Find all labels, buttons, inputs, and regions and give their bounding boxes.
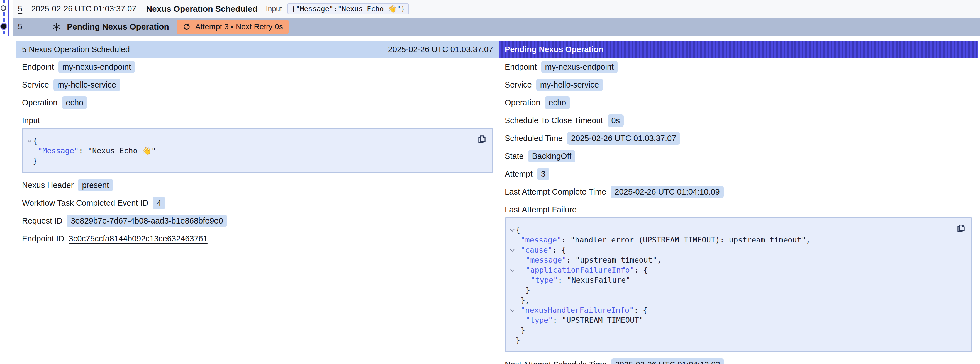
field-label: Last Attempt Complete Time <box>505 187 606 196</box>
timeline-node-scheduled[interactable] <box>0 5 6 11</box>
panel-title: 5 Nexus Operation Scheduled <box>22 45 130 54</box>
code-line: "type": "UPSTREAM_TIMEOUT" <box>509 315 952 325</box>
field-label: Schedule To Close Timeout <box>505 116 603 125</box>
field-scheduled-time: Scheduled Time2025-02-26 UTC 01:03:37.07 <box>505 133 972 144</box>
field-group-top: Endpointmy-nexus-endpointServicemy-hello… <box>22 61 493 108</box>
field-value-badge: echo <box>545 96 570 109</box>
code-line: } <box>509 285 952 295</box>
event-details-split-view: 5 Nexus Operation Scheduled 2025-02-26 U… <box>16 41 978 364</box>
field-operation: Operationecho <box>505 97 972 108</box>
json-lines: {"Message": "Nexus Echo 👋"} <box>27 136 473 166</box>
field-label: Request ID <box>22 216 62 225</box>
temporal-event-history-screen: { "colors":{ "accent_indigo":"#4a47e0","… <box>0 0 980 364</box>
field-service: Servicemy-hello-service <box>505 79 972 90</box>
input-label: Input <box>266 5 282 13</box>
field-label: Service <box>505 80 532 89</box>
panel-body: Endpointmy-nexus-endpointServicemy-hello… <box>16 58 499 244</box>
event-id-link[interactable]: 5 <box>18 22 22 31</box>
field-value-badge: my-hello-service <box>536 78 603 91</box>
field-value-badge: my-nexus-endpoint <box>59 61 135 73</box>
code-line: "cause": { <box>509 245 952 255</box>
field-request-id: Request ID3e829b7e-7d67-4b08-aad3-b1e868… <box>22 215 493 226</box>
field-group-top: Endpointmy-nexus-endpointServicemy-hello… <box>505 61 972 197</box>
field-last-attempt-complete-time: Last Attempt Complete Time2025-02-26 UTC… <box>505 186 972 197</box>
code-line: { <box>27 136 473 146</box>
event-id-link[interactable]: 5 <box>18 4 22 13</box>
timeline-active-bar <box>8 0 10 36</box>
copy-icon[interactable] <box>955 222 967 234</box>
field-value-badge: echo <box>62 96 87 109</box>
code-line: "message": "handler error (UPSTREAM_TIME… <box>509 235 952 245</box>
field-endpoint: Endpointmy-nexus-endpoint <box>22 61 493 72</box>
panel-timestamp: 2025-02-26 UTC 01:03:37.07 <box>388 45 493 54</box>
timeline-node-pending[interactable] <box>1 24 6 29</box>
field-label: State <box>505 152 524 161</box>
code-line: "Message": "Nexus Echo 👋" <box>27 146 473 156</box>
code-line: "type": "NexusFailure" <box>509 275 952 285</box>
input-json-viewer: {"Message": "Nexus Echo 👋"} <box>22 128 493 173</box>
event-timestamp: 2025-02-26 UTC 01:03:37.07 <box>31 4 136 13</box>
history-row-nexus-operation-scheduled[interactable]: 5 2025-02-26 UTC 01:03:37.07 Nexus Opera… <box>13 0 980 18</box>
field-label: Service <box>22 80 49 89</box>
retry-icon <box>183 22 191 31</box>
history-row-pending-nexus-operation[interactable]: 5 Pending Nexus Operation Attempt 3 • Ne… <box>13 18 980 36</box>
field-label: Endpoint ID <box>22 234 64 243</box>
event-title: Nexus Operation Scheduled <box>146 4 258 14</box>
field-attempt: Attempt3 <box>505 168 972 179</box>
field-value-badge: 2025-02-26 UTC 01:04:13.93 <box>611 358 724 364</box>
field-value-badge: my-hello-service <box>54 78 120 91</box>
field-label: Operation <box>505 98 540 107</box>
panel-pending-nexus-operation: Pending Nexus Operation Endpointmy-nexus… <box>499 41 978 364</box>
panel-header-scheduled: 5 Nexus Operation Scheduled 2025-02-26 U… <box>16 41 499 58</box>
retry-status-badge: Attempt 3 • Next Retry 0s <box>177 19 289 34</box>
field-label: Workflow Task Completed Event ID <box>22 198 148 208</box>
field-label: Attempt <box>505 169 533 179</box>
failure-json-viewer: {"message": "handler error (UPSTREAM_TIM… <box>505 217 972 352</box>
input-section-label: Input <box>22 115 493 126</box>
code-line: }, <box>509 295 952 305</box>
field-value-badge: BackingOff <box>528 150 575 163</box>
field-endpoint-id: Endpoint ID3c0c75ccfa8144b092c13ce632463… <box>22 233 493 244</box>
collapse-chevron-icon[interactable] <box>510 229 514 232</box>
input-payload-chip[interactable]: {"Message":"Nexus Echo 👋"} <box>288 3 409 14</box>
code-line: "nexusHandlerFailureInfo": { <box>509 305 952 315</box>
code-line: } <box>509 335 952 345</box>
code-line: } <box>27 156 473 166</box>
panel-nexus-operation-scheduled: 5 Nexus Operation Scheduled 2025-02-26 U… <box>16 41 499 364</box>
field-value-badge: 3 <box>537 168 549 180</box>
field-label: Endpoint <box>505 62 537 72</box>
field-state: StateBackingOff <box>505 150 972 162</box>
collapse-chevron-icon[interactable] <box>510 309 514 312</box>
collapse-chevron-icon[interactable] <box>510 249 514 252</box>
field-group-bottom: Nexus HeaderpresentWorkflow Task Complet… <box>22 179 493 244</box>
pending-asterisk-icon <box>52 22 61 32</box>
field-label: Operation <box>22 98 57 107</box>
panel-header-pending: Pending Nexus Operation <box>499 41 978 58</box>
copy-icon[interactable] <box>476 133 488 145</box>
field-label: Next Attempt Schedule Time <box>505 360 607 364</box>
panel-title: Pending Nexus Operation <box>505 45 604 54</box>
field-next-attempt-schedule-time: Next Attempt Schedule Time2025-02-26 UTC… <box>505 359 972 364</box>
field-operation: Operationecho <box>22 97 493 108</box>
retry-badge-text: Attempt 3 • Next Retry 0s <box>195 22 283 31</box>
field-label: Scheduled Time <box>505 134 563 143</box>
field-label: Endpoint <box>22 62 54 72</box>
field-value-badge: my-nexus-endpoint <box>541 61 618 73</box>
pending-event-title: Pending Nexus Operation <box>67 22 169 32</box>
field-value-badge: present <box>78 179 113 192</box>
code-line: "applicationFailureInfo": { <box>509 265 952 275</box>
field-value-badge: 2025-02-26 UTC 01:04:10.09 <box>611 186 724 198</box>
field-value-badge: 2025-02-26 UTC 01:03:37.07 <box>567 132 680 145</box>
failure-section-label: Last Attempt Failure <box>505 204 972 215</box>
code-line: } <box>509 325 952 335</box>
collapse-chevron-icon[interactable] <box>510 269 514 272</box>
field-value-badge: 3e829b7e-7d67-4b08-aad3-b1e868bfe9e0 <box>67 215 227 227</box>
field-endpoint: Endpointmy-nexus-endpoint <box>505 61 972 72</box>
collapse-chevron-icon[interactable] <box>27 140 32 143</box>
code-line: "message": "upstream timeout", <box>509 255 952 265</box>
field-nexus-header: Nexus Headerpresent <box>22 179 493 191</box>
json-lines: {"message": "handler error (UPSTREAM_TIM… <box>509 225 952 345</box>
code-line: { <box>509 225 952 235</box>
field-value-badge: 4 <box>153 197 165 209</box>
field-value-link[interactable]: 3c0c75ccfa8144b092c13ce632463761 <box>69 234 208 243</box>
